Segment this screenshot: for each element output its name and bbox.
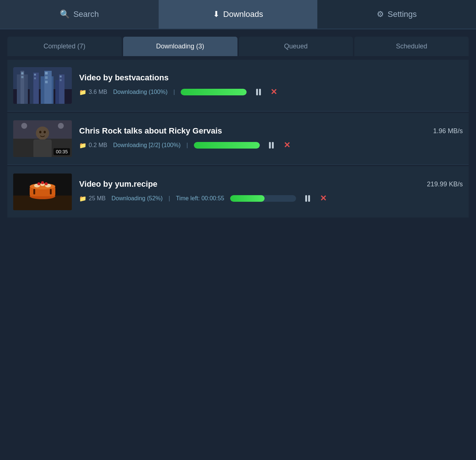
svg-rect-15: [45, 76, 48, 79]
svg-point-23: [36, 127, 49, 140]
svg-point-25: [39, 131, 41, 134]
svg-rect-10: [21, 72, 23, 74]
download-info-chrisrock: Chris Rock talks about Ricky Gervais 1.9…: [79, 126, 463, 151]
controls-yumrecipe: ✕: [302, 193, 329, 204]
pause-button-yumrecipe[interactable]: [302, 193, 314, 204]
svg-point-22: [58, 123, 64, 129]
status-bestvacations: Downloading (100%): [113, 89, 168, 95]
svg-rect-14: [45, 72, 48, 74]
svg-rect-24: [33, 139, 52, 157]
svg-point-37: [45, 182, 48, 185]
svg-rect-12: [34, 74, 36, 76]
thumbnail-yumrecipe: [13, 174, 72, 210]
download-info-bestvacations: Video by bestvacations 📁 3.6 MB Download…: [79, 73, 463, 98]
nav-search[interactable]: 🔍 Search: [0, 0, 159, 29]
svg-rect-18: [60, 79, 62, 81]
top-navigation: 🔍 Search ⬇ Downloads ⚙ Settings: [0, 0, 476, 29]
cancel-button-chrisrock[interactable]: ✕: [281, 139, 293, 151]
tab-downloading[interactable]: Downloading (3): [123, 37, 237, 56]
download-speed-yumrecipe: 219.99 KB/s: [427, 180, 463, 188]
nav-settings-label: Settings: [388, 10, 417, 19]
svg-rect-16: [45, 81, 48, 83]
pause-button-bestvacations[interactable]: [252, 86, 264, 98]
nav-downloads[interactable]: ⬇ Downloads: [159, 0, 317, 29]
file-size-yumrecipe: 📁 25 MB: [79, 195, 106, 202]
svg-point-36: [41, 181, 44, 184]
download-item-chrisrock: 00:35 Chris Rock talks about Ricky Gerva…: [7, 113, 469, 165]
tab-queued[interactable]: Queued: [239, 37, 353, 56]
download-meta-chrisrock: 📁 0.2 MB Downloading [2/2] (100%) | ✕: [79, 139, 463, 151]
controls-chrisrock: ✕: [266, 139, 293, 151]
download-item-bestvacations: Video by bestvacations 📁 3.6 MB Download…: [7, 60, 469, 112]
separator: |: [173, 89, 175, 95]
cancel-button-bestvacations[interactable]: ✕: [268, 86, 280, 98]
folder-icon-3: 📁: [79, 195, 86, 202]
separator-3: |: [169, 195, 170, 202]
pause-icon-3: [305, 195, 310, 202]
separator-2: |: [187, 142, 188, 149]
download-title-yumrecipe: Video by yum.recipe: [79, 179, 158, 189]
gear-icon: ⚙: [377, 10, 384, 19]
file-size-chrisrock: 📁 0.2 MB: [79, 142, 107, 149]
file-size-bestvacations: 📁 3.6 MB: [79, 89, 107, 96]
svg-rect-3: [21, 71, 24, 104]
svg-point-26: [44, 131, 46, 134]
download-meta-yumrecipe: 📁 25 MB Downloading (52%) | Time left: 0…: [79, 193, 463, 204]
download-meta-bestvacations: 📁 3.6 MB Downloading (100%) | ✕: [79, 86, 463, 98]
progress-fill-chrisrock: [194, 142, 260, 149]
thumbnail-bestvacations: [13, 67, 72, 104]
svg-point-21: [21, 123, 27, 129]
svg-rect-38: [33, 189, 35, 194]
thumbnail-chrisrock: 00:35: [13, 120, 72, 157]
progress-bar-bg-chrisrock: [194, 142, 260, 149]
nav-search-label: Search: [73, 10, 99, 19]
tab-bar: Completed (7) Downloading (3) Queued Sch…: [0, 29, 476, 56]
nav-downloads-label: Downloads: [223, 10, 263, 19]
download-title-chrisrock: Chris Rock talks about Ricky Gervais: [79, 126, 222, 136]
time-left-yumrecipe: Time left: 00:00:55: [176, 195, 224, 202]
svg-rect-17: [60, 76, 62, 77]
pause-icon: [256, 89, 261, 95]
download-list: Video by bestvacations 📁 3.6 MB Download…: [0, 56, 476, 223]
download-icon: ⬇: [213, 10, 219, 19]
duration-badge-chrisrock: 00:35: [53, 148, 70, 155]
folder-icon: 📁: [79, 89, 86, 96]
tab-scheduled[interactable]: Scheduled: [354, 37, 469, 56]
svg-point-35: [37, 182, 40, 185]
nav-settings[interactable]: ⚙ Settings: [317, 0, 476, 29]
progress-bar-bg-yumrecipe: [230, 195, 296, 202]
progress-fill-bestvacations: [181, 89, 247, 95]
svg-rect-11: [21, 76, 23, 78]
download-title-bestvacations: Video by bestvacations: [79, 73, 169, 83]
folder-icon-2: 📁: [79, 142, 86, 149]
tab-completed[interactable]: Completed (7): [7, 37, 122, 56]
search-icon: 🔍: [60, 10, 70, 19]
svg-rect-5: [33, 73, 39, 104]
progress-bar-bg-bestvacations: [181, 89, 247, 95]
svg-rect-39: [50, 189, 52, 194]
status-chrisrock: Downloading [2/2] (100%): [113, 142, 181, 149]
cancel-button-yumrecipe[interactable]: ✕: [317, 193, 329, 204]
pause-icon-2: [269, 142, 274, 149]
status-yumrecipe: Downloading (52%): [111, 195, 163, 202]
svg-rect-9: [59, 74, 64, 104]
download-speed-chrisrock: 1.96 MB/s: [433, 127, 463, 135]
svg-rect-7: [44, 71, 52, 104]
svg-rect-13: [34, 77, 36, 79]
pause-button-chrisrock[interactable]: [266, 139, 277, 151]
download-item-yumrecipe: Video by yum.recipe 219.99 KB/s 📁 25 MB …: [7, 166, 469, 218]
controls-bestvacations: ✕: [252, 86, 280, 98]
download-info-yumrecipe: Video by yum.recipe 219.99 KB/s 📁 25 MB …: [79, 179, 463, 204]
progress-fill-yumrecipe: [230, 195, 265, 202]
